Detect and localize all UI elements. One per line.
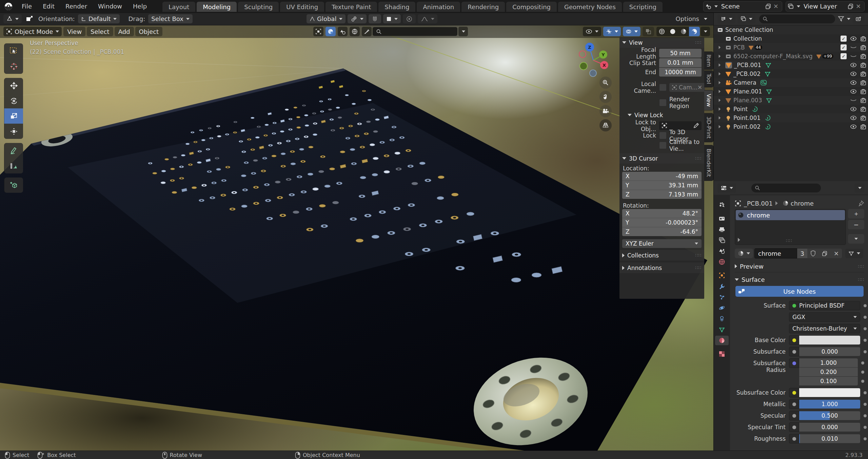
properties-tab-world[interactable] (715, 257, 729, 267)
local-camera-checkbox[interactable] (659, 84, 667, 91)
outliner-row-point-002[interactable]: Point.002 (714, 122, 868, 131)
editor-type-selector[interactable] (3, 14, 22, 23)
panel-grip[interactable]: ∷∷ (858, 264, 864, 269)
cursor-rotation-y[interactable]: Y-0.000023° (622, 218, 702, 227)
outliner-row-point-001[interactable]: Point.001 (714, 113, 868, 122)
blenderkit-type-material[interactable] (326, 27, 336, 36)
slider-roughness[interactable]: 0.010 (799, 434, 860, 443)
visibility-eye-closed-icon[interactable] (850, 54, 857, 59)
outliner-search-input[interactable] (759, 15, 835, 23)
surface-panel-header[interactable]: Surface∷∷ (735, 274, 864, 285)
snap-with-dropdown[interactable] (383, 14, 401, 23)
blenderkit-search-input[interactable] (373, 27, 457, 36)
surface-shader-field[interactable]: Principled BSDF (789, 301, 860, 310)
render-visibility-icon[interactable] (860, 80, 866, 86)
outliner-row-scene-collection[interactable]: Scene Collection (714, 25, 868, 34)
shading-material-preview-button[interactable] (678, 27, 689, 36)
workspace-tab-sculpting[interactable]: Sculpting (238, 2, 279, 12)
slot-list-grip[interactable]: ∷∷ (786, 238, 792, 243)
tool-transform[interactable] (4, 124, 23, 139)
scene-name[interactable]: Scene (718, 3, 765, 10)
collections-panel-header[interactable]: Collections∷∷ (619, 250, 704, 260)
annotations-panel-header[interactable]: Annotations∷∷ (619, 263, 704, 273)
workspace-tab-texture-paint[interactable]: Texture Paint (326, 2, 377, 12)
shading-rendered-button[interactable] (689, 27, 700, 36)
cursor-location-x[interactable]: X-49 mm (622, 172, 702, 181)
blenderkit-type-hdr[interactable] (350, 27, 360, 36)
properties-tab-render[interactable] (715, 214, 729, 223)
new-material-button[interactable] (819, 249, 831, 258)
render-visibility-icon[interactable] (860, 89, 866, 95)
slider-subsurface[interactable]: 0.000 (799, 347, 860, 356)
outliner-row-plane-001[interactable]: Plane.001 (714, 87, 868, 96)
workspace-tab-modeling[interactable]: Modeling (197, 2, 237, 12)
slider-specular-tint[interactable]: 0.000 (799, 423, 860, 432)
transform-orientation-dropdown[interactable]: Global (307, 14, 346, 23)
add-slot-button[interactable]: ＋ (848, 209, 864, 218)
blenderkit-dropdown[interactable] (458, 27, 468, 36)
pan-button[interactable] (599, 91, 612, 103)
workspace-tab-animation[interactable]: Animation (417, 2, 460, 12)
fake-user-button[interactable] (807, 249, 819, 258)
menu-file[interactable]: File (16, 0, 37, 13)
blender-logo-icon[interactable] (4, 2, 13, 11)
properties-tab-data[interactable] (715, 325, 729, 334)
local-camera-field[interactable]: Cam...✕ (669, 83, 705, 92)
vector-value-field[interactable]: 0.100 (799, 377, 858, 385)
unlink-material-button[interactable]: ✕ (831, 249, 842, 258)
browse-material-dropdown[interactable] (735, 249, 753, 258)
navigation-gizmo[interactable]: ZYX (572, 41, 613, 81)
slider-specular[interactable]: 0.500 (799, 411, 860, 420)
outliner-display-mode[interactable] (717, 15, 735, 23)
close-icon[interactable]: ✕ (773, 3, 778, 10)
animate-dot[interactable] (864, 316, 867, 319)
vector-value-field[interactable]: 1.000 (799, 358, 858, 367)
tool-add-cube[interactable] (4, 178, 23, 193)
outliner-row-6502-computer-f-mask-svg[interactable]: 6502-computer-F_Mask.svg+99✓ (714, 52, 868, 61)
outliner-row-plane-003[interactable]: Plane.003 (714, 96, 868, 105)
exclude-checkbox[interactable]: ✓ (841, 53, 847, 59)
cursor-rotation-z[interactable]: Z-64.6° (622, 227, 702, 236)
animate-dot[interactable] (864, 350, 867, 353)
shading-solid-button[interactable] (667, 27, 678, 36)
blenderkit-type-brush[interactable] (362, 27, 372, 36)
sidebar-tab-blenderkit[interactable]: BlenderKit (704, 145, 713, 181)
render-visibility-icon[interactable] (860, 54, 866, 59)
slot-expand-icon[interactable] (738, 238, 740, 242)
animate-dot[interactable] (864, 414, 867, 417)
render-visibility-icon[interactable] (860, 124, 866, 130)
visibility-eye-icon[interactable] (850, 63, 857, 67)
render-visibility-icon[interactable] (860, 62, 866, 68)
view-layer-name[interactable]: View Layer (800, 3, 848, 10)
properties-tab-scene[interactable] (715, 246, 729, 256)
animate-dot[interactable] (861, 380, 864, 383)
cursor-panel-header[interactable]: 3D Cursor∷∷ (619, 153, 704, 164)
shading-wireframe-button[interactable] (656, 27, 667, 36)
view-layer-selector[interactable]: View Layer ✕ (786, 1, 865, 12)
new-collection-button[interactable] (852, 15, 865, 23)
viewport-menu-object[interactable]: Object (135, 27, 163, 36)
properties-editor-type[interactable] (717, 183, 736, 193)
shading-dropdown[interactable] (701, 27, 710, 36)
outliner-filter-dropdown[interactable] (838, 16, 850, 22)
outliner-row-pcb[interactable]: PCB44✓ (714, 43, 868, 52)
cursor-location-z[interactable]: Z7.193 mm (622, 190, 702, 199)
animate-dot[interactable] (861, 361, 864, 364)
menu-help[interactable]: Help (127, 0, 152, 13)
visibility-eye-icon[interactable] (850, 80, 857, 85)
visibility-eye-icon[interactable] (850, 124, 857, 129)
menu-render[interactable]: Render (60, 0, 93, 13)
object-visibility-dropdown[interactable] (583, 27, 601, 36)
outliner-row-camera[interactable]: Camera (714, 78, 868, 87)
exclude-checkbox[interactable]: ✓ (841, 44, 847, 50)
blenderkit-type-model[interactable] (313, 27, 323, 36)
visibility-eye-closed-icon[interactable] (850, 45, 857, 50)
viewport-menu-select[interactable]: Select (87, 27, 113, 36)
properties-tab-output[interactable] (715, 225, 729, 234)
properties-tab-modifiers[interactable] (715, 281, 729, 291)
render-visibility-icon[interactable] (860, 36, 866, 42)
material-slot-list[interactable]: chrome ∷∷ (735, 209, 846, 245)
animate-dot[interactable] (864, 304, 867, 307)
viewport-menu-add[interactable]: Add (115, 27, 134, 36)
render-visibility-icon[interactable] (860, 98, 866, 103)
